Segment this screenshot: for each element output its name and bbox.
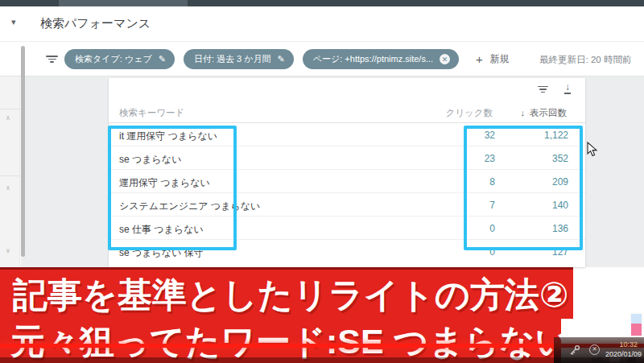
overlay-card-thumbnail[interactable] [630,312,643,337]
caption-line-1: 記事を基準としたリライトの方法② [0,267,573,319]
table-row[interactable]: se つまらない 23 352 [109,146,585,170]
impressions-cell: 140 [552,200,568,211]
impressions-cell: 209 [552,176,568,188]
new-filter-label: 新規 [490,52,510,66]
chevron-up-icon[interactable]: ∧ [6,114,10,122]
filter-chip-page[interactable]: ページ: +https://ptnimz.site/s... ✕ [303,49,459,69]
remove-filter-icon[interactable]: ✕ [440,54,450,64]
sidebar-divider [0,175,20,176]
table-header-row: 検索キーワード クリック数 ↓表示回数 [109,101,585,123]
keyword-cell: it 運用保守 つまらない [119,130,217,143]
video-date: 2020/01/09 [605,350,642,358]
filter-chip-label: 検索タイプ: ウェブ [75,53,152,65]
table-toolbar: ↓ [109,78,585,101]
video-frame: ▾ 検索パフォーマンス 検索タイプ: ウェブ ✎ 日付: 過去 3 か月間 ✎ … [0,0,644,363]
filter-chip-date[interactable]: 日付: 過去 3 か月間 ✎ [184,49,294,69]
filter-chip-search-type[interactable]: 検索タイプ: ウェブ ✎ [64,49,175,69]
video-controls-overlay: ✕ 10:32 2020/01/09 [554,337,644,363]
last-updated-label: 最終更新日: 20 時間前 [539,54,631,66]
video-timestamp: 10:32 [619,340,638,349]
table-filter-icon[interactable] [538,86,548,93]
keyword-cell: システムエンジニア つまらない [119,200,260,213]
sidebar-divider [0,109,20,109]
clicks-cell: 32 [485,130,495,141]
close-circle-icon[interactable]: ✕ [589,344,600,355]
browser-chrome-bar [0,0,644,6]
vertical-scrollbar[interactable] [21,46,25,257]
table-row[interactable]: se つまらない 保守 0 127 [109,240,585,263]
filter-chip-label: ページ: +https://ptnimz.site/s... [313,53,433,65]
chevron-down-icon[interactable]: ∨ [6,247,10,254]
page-title-bar: ▾ 検索パフォーマンス [0,6,644,42]
keyword-cell: se つまらない [119,153,181,167]
clicks-cell: 8 [489,176,495,188]
plus-icon: + [476,52,483,66]
table-row[interactable]: 運用保守 つまらない 8 209 [109,170,585,193]
impressions-cell: 136 [552,223,568,234]
keyword-cell: se 仕事 つまらない [119,223,204,237]
clicks-cell: 7 [489,200,495,211]
table-row[interactable]: システムエンジニア つまらない 7 140 [109,193,585,217]
keyword-cell: se つまらない 保守 [119,246,204,260]
table-row[interactable]: se 仕事 つまらない 0 136 [109,217,585,240]
chevron-up-icon[interactable]: ∧ [6,184,10,192]
filter-chip-row: 検索タイプ: ウェブ ✎ 日付: 過去 3 か月間 ✎ ページ: +https:… [64,49,510,69]
edit-icon[interactable]: ✎ [159,54,166,64]
impressions-cell: 352 [552,153,568,164]
sort-desc-icon[interactable]: ↓ [521,108,526,118]
table-row[interactable]: it 運用保守 つまらない 32 1,122 [109,123,585,146]
page-title: 検索パフォーマンス [40,16,151,31]
clicks-cell: 23 [485,153,495,164]
download-icon[interactable]: ↓ [564,82,571,94]
filter-icon[interactable] [46,56,58,64]
keyword-cell: 運用保守 つまらない [119,176,210,190]
filter-bar: 検索タイプ: ウェブ ✎ 日付: 過去 3 か月間 ✎ ページ: +https:… [0,42,644,76]
column-header-keyword[interactable]: 検索キーワード [119,107,184,119]
browser-tab [59,0,188,6]
new-filter-button[interactable]: + 新規 [476,52,510,66]
video-bottom-strip [0,357,644,363]
column-header-impressions[interactable]: ↓表示回数 [521,107,568,119]
clicks-cell: 0 [489,246,495,258]
edit-icon[interactable]: ✎ [278,54,285,64]
link-key-icon[interactable] [568,344,580,356]
filter-chip-label: 日付: 過去 3 か月間 [194,53,271,65]
chevron-down-icon[interactable]: ▾ [11,17,16,27]
impressions-cell: 1,122 [544,130,568,141]
impressions-cell: 127 [552,246,568,258]
clicks-cell: 0 [489,223,495,234]
caption-line-2: 元々狙ってたワード:SE つまらない [0,319,561,363]
column-header-clicks[interactable]: クリック数 [445,107,493,119]
video-progress-bar[interactable] [0,344,644,348]
performance-table-card: ↓ 検索キーワード クリック数 ↓表示回数 it 運用保守 つまらない 32 1… [109,78,585,267]
